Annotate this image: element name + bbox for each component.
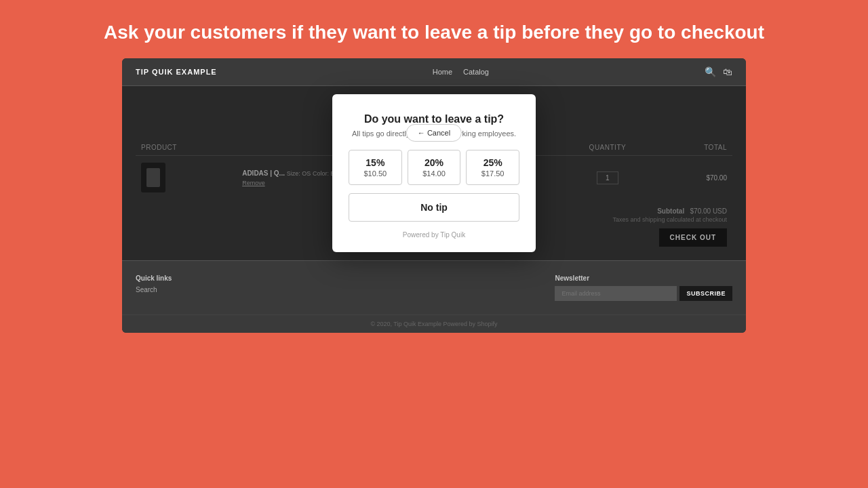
tip-option-15[interactable]: 15% $10.50 bbox=[349, 150, 402, 185]
quick-links-heading: Quick links bbox=[136, 274, 172, 282]
nav-catalog[interactable]: Catalog bbox=[463, 68, 489, 76]
footer-quick-links: Quick links Search bbox=[136, 274, 172, 293]
browser-window: TIP QUIK EXAMPLE Home Catalog 🔍 🛍 Your c… bbox=[122, 58, 746, 333]
page-headline: Ask your customers if they want to leave… bbox=[0, 0, 868, 58]
newsletter-row: SUBSCRIBE bbox=[555, 286, 732, 301]
nav-home[interactable]: Home bbox=[433, 68, 452, 76]
store-copyright: © 2020, Tip Quik Example Powered by Shop… bbox=[122, 314, 746, 333]
footer-newsletter: Newsletter SUBSCRIBE bbox=[555, 274, 732, 301]
tip-amount-25: $17.50 bbox=[471, 169, 515, 178]
tip-option-25[interactable]: 25% $17.50 bbox=[466, 150, 519, 185]
tip-percent-20: 20% bbox=[412, 157, 456, 168]
newsletter-heading: Newsletter bbox=[555, 274, 732, 282]
subscribe-button[interactable]: SUBSCRIBE bbox=[679, 286, 732, 301]
store-nav: Home Catalog bbox=[433, 68, 489, 76]
search-icon[interactable]: 🔍 bbox=[705, 66, 716, 77]
tip-percent-15: 15% bbox=[353, 157, 397, 168]
tip-amount-15: $10.50 bbox=[353, 169, 397, 178]
cart-icon[interactable]: 🛍 bbox=[723, 66, 732, 77]
cart-page: Your cart Continue shopping PRODUCT PRIC… bbox=[122, 86, 746, 260]
no-tip-button[interactable]: No tip bbox=[349, 193, 519, 222]
cancel-button[interactable]: ← Cancel bbox=[406, 124, 462, 142]
powered-by: Powered by Tip Quik bbox=[349, 231, 519, 239]
tip-options: 15% $10.50 20% $14.00 25% $17.50 bbox=[349, 150, 519, 185]
store-header: TIP QUIK EXAMPLE Home Catalog 🔍 🛍 bbox=[122, 58, 746, 86]
store-logo: TIP QUIK EXAMPLE bbox=[136, 68, 217, 76]
tip-option-20[interactable]: 20% $14.00 bbox=[408, 150, 461, 185]
store-footer: Quick links Search Newsletter SUBSCRIBE bbox=[122, 260, 746, 314]
newsletter-email-input[interactable] bbox=[555, 286, 677, 301]
search-footer-link[interactable]: Search bbox=[136, 286, 172, 293]
modal-overlay: ← Cancel Do you want to leave a tip? All… bbox=[122, 86, 746, 260]
store-icons: 🔍 🛍 bbox=[705, 66, 732, 77]
tip-percent-25: 25% bbox=[471, 157, 515, 168]
tip-modal: Do you want to leave a tip? All tips go … bbox=[332, 94, 536, 252]
tip-amount-20: $14.00 bbox=[412, 169, 456, 178]
